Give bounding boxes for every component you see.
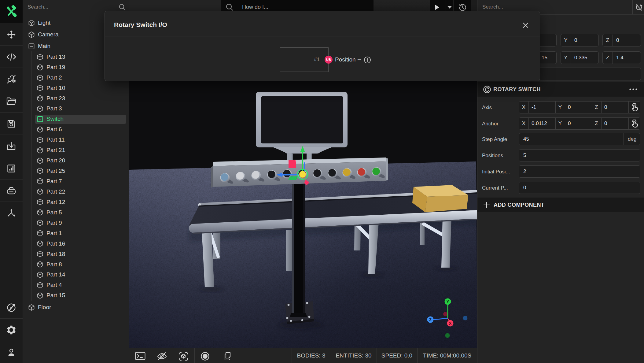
svg-text:Y: Y [447, 299, 449, 304]
svg-text:Z: Z [429, 317, 432, 322]
svg-text:X: X [449, 321, 452, 326]
